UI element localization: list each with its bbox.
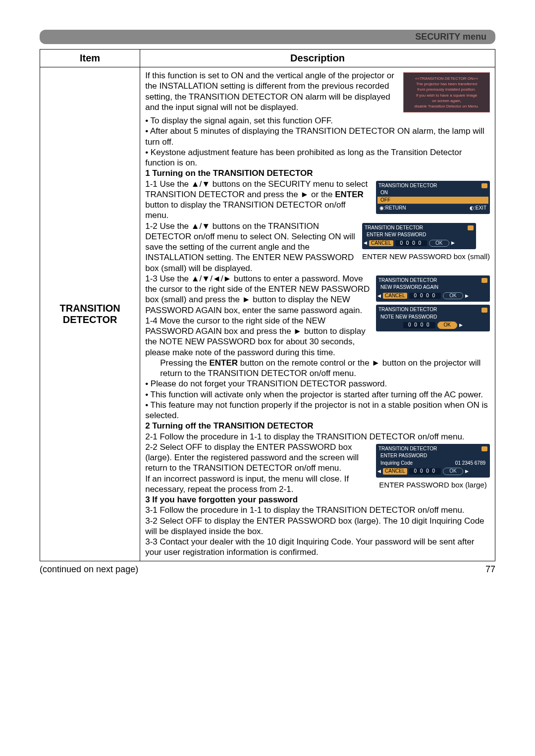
bullet: • This feature may not function properly… [145, 400, 490, 421]
osd-label: NEW PASSWORD AGAIN [377, 284, 488, 291]
osd-caption: ENTER PASSWORD box (large) [376, 481, 490, 490]
header-title: SECURITY menu [415, 32, 486, 42]
osd-enter-new-pw: TRANSITION DETECTOR ENTER NEW PASSWORD ◀… [362, 223, 490, 262]
osd-digits: 0 0 0 0 [395, 240, 428, 247]
alarm-line: from previously installed position. [406, 87, 487, 92]
right-arrow-icon: ▶ [465, 469, 469, 474]
osd-title: TRANSITION DETECTOR [365, 225, 423, 231]
osd-caption: ENTER NEW PASSWORD box (small) [362, 252, 490, 262]
step-3-1: 3-1 Follow the procedure in 1-1 to displ… [145, 505, 490, 515]
left-arrow-icon: ◀ [364, 240, 367, 246]
osd-option-on: ON [377, 189, 488, 197]
osd-return: ◉:RETURN [379, 205, 406, 212]
step-1-5: Pressing the ENTER button on the remote … [160, 358, 490, 379]
back-icon [482, 308, 487, 313]
alarm-line: disable Transition Detector on Menu. [406, 104, 487, 109]
osd-ok: OK [429, 240, 449, 247]
bullet: • To display the signal again, set this … [145, 115, 490, 126]
right-arrow-icon: ▶ [459, 323, 463, 328]
osd-ok: OK [437, 322, 457, 329]
osd-digits: 0 0 0 0 [403, 322, 435, 328]
page-number: 77 [485, 564, 495, 575]
alarm-line: on screen again, [406, 98, 487, 104]
continued-label: (continued on next page) [40, 564, 138, 575]
page-footer: (continued on next page) 77 [40, 564, 495, 575]
osd-label: NOTE NEW PASSWORD [377, 314, 488, 321]
left-arrow-icon: ◀ [377, 469, 381, 474]
osd-onoff-screenshot: TRANSITION DETECTOR ON OFF ◉:RETURN ◐:EX… [376, 181, 490, 217]
header-bar: SECURITY menu [40, 30, 495, 44]
section3-title: 3 If you have forgotten your password [145, 495, 298, 504]
osd-title: TRANSITION DETECTOR [378, 446, 437, 452]
left-arrow-icon: ◀ [377, 293, 381, 299]
description-cell: <<TRANSITION DETECTOR ON>> The projector… [140, 67, 495, 561]
osd-enter-pw-large: TRANSITION DETECTOR ENTER PASSWORD Inqui… [376, 444, 490, 490]
osd-digits: 0 0 0 0 [409, 468, 441, 475]
osd-digits: 0 0 0 0 [409, 293, 441, 299]
right-arrow-icon: ▶ [451, 240, 455, 246]
alarm-title: <<TRANSITION DETECTOR ON>> [406, 76, 487, 81]
bullet: • This function will activate only when … [145, 389, 490, 400]
osd-cancel: CANCEL [383, 293, 407, 299]
osd-pw-again-and-note: TRANSITION DETECTOR NEW PASSWORD AGAIN ◀… [376, 275, 490, 334]
alarm-line: If you wish to have a square image [406, 93, 487, 98]
osd-option-off: OFF [377, 197, 488, 204]
bullet: • Please do not forget your TRANSITION D… [145, 378, 490, 389]
inquiring-code: 01 2345 6789 [455, 460, 485, 467]
item-name: TRANSITION DETECTOR [40, 67, 140, 561]
close-icon [482, 278, 487, 283]
step-2-1: 2-1 Follow the procedure in 1-1 to displ… [145, 432, 490, 442]
inquiring-label: Inquiring Code [380, 460, 413, 467]
alarm-screenshot: <<TRANSITION DETECTOR ON>> The projector… [403, 72, 490, 112]
section1-title: 1 Turning on the TRANSITION DETECTOR [145, 168, 313, 178]
osd-cancel: CANCEL [383, 468, 407, 475]
osd-title: TRANSITION DETECTOR [378, 307, 437, 313]
close-icon [482, 183, 487, 188]
close-icon [468, 225, 474, 230]
osd-exit: ◐:EXIT [470, 205, 486, 212]
col-desc: Description [140, 50, 495, 67]
osd-title: TRANSITION DETECTOR [378, 277, 437, 284]
main-table: Item Description TRANSITION DETECTOR <<T… [40, 49, 495, 561]
step-3-2: 3-2 Select OFF to display the ENTER PASS… [145, 516, 490, 537]
osd-label: ENTER NEW PASSWORD [364, 231, 475, 239]
right-arrow-icon: ▶ [465, 293, 469, 299]
bullet: • Keystone adjustment feature has been p… [145, 147, 490, 168]
col-item: Item [40, 50, 140, 67]
alarm-line: The projector has been transferred [406, 81, 487, 87]
osd-label: ENTER PASSWORD [377, 452, 488, 460]
osd-cancel: CANCEL [369, 240, 393, 247]
osd-title: TRANSITION DETECTOR [378, 183, 437, 189]
close-icon [482, 446, 487, 451]
bullet: • After about 5 minutes of displaying th… [145, 126, 490, 147]
osd-ok: OK [443, 468, 463, 475]
section2-title: 2 Turning off the TRANSITION DETECTOR [145, 421, 313, 431]
step-3-3: 3-3 Contact your dealer with the 10 digi… [145, 537, 490, 558]
osd-ok: OK [443, 292, 463, 300]
